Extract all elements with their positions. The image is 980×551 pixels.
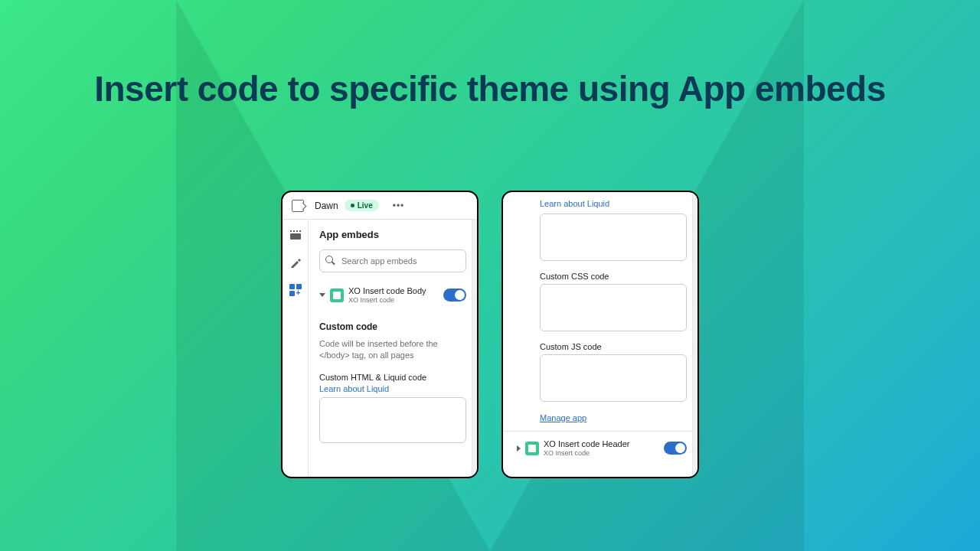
embed-title: XO Insert code Header: [544, 439, 659, 449]
html-liquid-label: Custom HTML & Liquid code: [319, 373, 466, 382]
app-icon: [330, 289, 344, 302]
search-icon: [325, 256, 335, 266]
embed-toggle[interactable]: [664, 442, 687, 455]
app-embeds-title: App embeds: [319, 229, 466, 240]
js-textarea[interactable]: [540, 354, 687, 402]
custom-code-title: Custom code: [319, 321, 466, 332]
learn-liquid-link[interactable]: Learn about Liquid: [319, 384, 389, 393]
embed-subtitle: XO Insert code: [348, 296, 439, 305]
app-icon: [525, 442, 539, 455]
embed-toggle[interactable]: [443, 289, 466, 302]
html-liquid-textarea[interactable]: [319, 397, 466, 443]
panel-editor-scroll: Learn about Liquid Custom CSS code Custo…: [501, 191, 699, 478]
manage-app-link[interactable]: Manage app: [540, 413, 586, 422]
more-icon[interactable]: •••: [393, 201, 405, 211]
theme-name: Dawn: [315, 201, 338, 211]
panel-editor-sidebar: Dawn Live ••• App embeds: [281, 191, 479, 478]
app-embeds-icon[interactable]: [289, 284, 302, 296]
search-input[interactable]: [319, 249, 466, 272]
embed-subtitle: XO Insert code: [544, 449, 659, 458]
page-headline: Insert code to specific theme using App …: [0, 70, 980, 109]
embed-row-header[interactable]: XO Insert code Header XO Insert code: [517, 432, 687, 458]
learn-liquid-link[interactable]: Learn about Liquid: [540, 199, 609, 208]
search-app-embeds[interactable]: [319, 249, 466, 272]
editor-topbar: Dawn Live •••: [283, 192, 477, 220]
css-label: Custom CSS code: [540, 272, 687, 281]
sections-icon[interactable]: [289, 229, 302, 241]
liquid-textarea[interactable]: [540, 214, 687, 261]
live-badge: Live: [345, 200, 379, 211]
embed-row-body[interactable]: XO Insert code Body XO Insert code: [319, 283, 466, 308]
css-textarea[interactable]: [540, 284, 687, 331]
caret-right-icon: [517, 445, 521, 452]
theme-settings-icon[interactable]: [289, 256, 302, 269]
embed-title: XO Insert code Body: [348, 286, 439, 296]
js-label: Custom JS code: [540, 342, 687, 351]
exit-icon[interactable]: [292, 200, 304, 212]
editor-rail: [283, 220, 309, 477]
caret-down-icon: [319, 293, 325, 297]
custom-code-help: Code will be inserted before the </body>…: [319, 338, 466, 362]
